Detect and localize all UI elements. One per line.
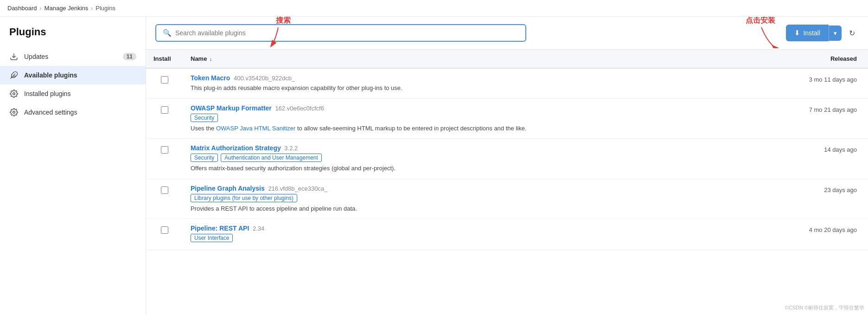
table-row: OWASP Markup Formatter 162.v0e6ec0fcfcf6… — [146, 98, 868, 139]
breadcrumb-sep-2: › — [91, 5, 93, 12]
plugin-name-cell: Token Macro 400.v35420b_922dcb_This plug… — [183, 68, 785, 98]
plugin-name-link[interactable]: Matrix Authorization Strategy — [191, 144, 281, 152]
download-icon — [9, 52, 19, 61]
plugin-tag[interactable]: Security — [191, 154, 218, 162]
install-icon: ⬇ — [794, 29, 800, 37]
table-row: Token Macro 400.v35420b_922dcb_This plug… — [146, 68, 868, 98]
updates-badge: 11 — [123, 53, 136, 60]
sidebar-item-installed-label: Installed plugins — [24, 90, 70, 97]
svg-point-3 — [13, 93, 15, 95]
table-row: Pipeline: REST API 2.34User Interface4 m… — [146, 219, 868, 250]
plugin-install-checkbox[interactable] — [161, 226, 168, 234]
install-label: Install — [803, 29, 820, 37]
search-input[interactable] — [175, 29, 519, 37]
plugin-tag[interactable]: Security — [191, 114, 218, 122]
sidebar-item-installed[interactable]: Installed plugins — [0, 84, 146, 103]
sidebar-title: Plugins — [0, 26, 146, 47]
plugin-name-link[interactable]: OWASP Markup Formatter — [191, 104, 272, 112]
plugin-released: 4 mo 20 days ago — [785, 219, 868, 250]
refresh-button[interactable]: ↻ — [845, 25, 859, 41]
plugin-released: 7 mo 21 days ago — [785, 98, 868, 139]
breadcrumb-current: Plugins — [96, 5, 115, 12]
plugin-released: 14 days ago — [785, 139, 868, 179]
table-header-row: Install Name ↓ Released — [146, 50, 868, 68]
plugin-description: Provides a REST API to access pipeline a… — [191, 204, 777, 213]
settings-icon — [9, 108, 19, 117]
plugin-version: 162.v0e6ec0fcfcf6 — [274, 105, 324, 112]
table-row: Pipeline Graph Analysis 216.vfd8b_ece330… — [146, 179, 868, 219]
plugin-tag[interactable]: User Interface — [191, 234, 233, 242]
breadcrumb-sep-1: › — [40, 5, 42, 12]
sidebar-item-available[interactable]: Available plugins — [0, 66, 146, 84]
plugin-install-checkbox[interactable] — [161, 186, 168, 194]
sidebar: Plugins Updates 11 Availa — [0, 17, 146, 314]
main-content: 搜索 点击安装 🔍 ⬇ I — [146, 17, 868, 314]
sidebar-item-advanced-label: Advanced settings — [24, 109, 77, 116]
plugin-tag[interactable]: Library plugins (for use by other plugin… — [191, 194, 297, 202]
sidebar-item-updates[interactable]: Updates 11 — [0, 47, 146, 66]
plugin-name-link[interactable]: Pipeline Graph Analysis — [191, 185, 265, 192]
plugin-description: Uses the OWASP Java HTML Sanitizer to al… — [191, 124, 777, 133]
plugins-table: Install Name ↓ Released Token Macro 400.… — [146, 50, 868, 250]
col-header-install: Install — [146, 50, 183, 68]
plugin-name-link[interactable]: Token Macro — [191, 74, 230, 82]
search-area: 搜索 点击安装 🔍 ⬇ I — [146, 17, 868, 50]
sidebar-item-updates-label: Updates — [24, 53, 48, 60]
svg-point-4 — [13, 111, 15, 114]
annotation-install-label: 点击安装 — [746, 17, 775, 24]
plugin-released: 23 days ago — [785, 179, 868, 219]
plugin-name-cell: Pipeline Graph Analysis 216.vfd8b_ece330… — [183, 179, 785, 219]
install-button[interactable]: ⬇ Install — [786, 25, 829, 41]
owasp-sanitizer-link[interactable]: OWASP Java HTML Sanitizer — [216, 125, 295, 132]
plugin-description: Offers matrix-based security authorizati… — [191, 164, 777, 173]
sidebar-item-advanced[interactable]: Advanced settings — [0, 103, 146, 122]
annotation-search-label: 搜索 — [276, 17, 291, 24]
plugins-table-container: Install Name ↓ Released Token Macro 400.… — [146, 50, 868, 314]
breadcrumb-dashboard[interactable]: Dashboard — [7, 5, 37, 12]
plugin-install-checkbox[interactable] — [161, 146, 168, 154]
plugin-tag[interactable]: Authentication and User Management — [221, 154, 321, 162]
install-dropdown-button[interactable]: ▾ — [829, 26, 842, 41]
col-header-released: Released — [785, 50, 868, 68]
plugin-version: 216.vfd8b_ece330ca_ — [267, 185, 328, 192]
plugin-name-cell: OWASP Markup Formatter 162.v0e6ec0fcfcf6… — [183, 98, 785, 139]
plugin-install-checkbox[interactable] — [161, 106, 168, 114]
sidebar-item-available-label: Available plugins — [24, 71, 77, 79]
sort-arrow-icon[interactable]: ↓ — [210, 56, 212, 62]
plugin-name-cell: Matrix Authorization Strategy 3.2.2Secur… — [183, 139, 785, 179]
search-icon: 🔍 — [163, 29, 172, 37]
plugin-released: 3 mo 11 days ago — [785, 68, 868, 98]
plugin-name-link[interactable]: Pipeline: REST API — [191, 225, 249, 232]
plugin-version: 3.2.2 — [283, 145, 298, 152]
chevron-down-icon: ▾ — [834, 30, 837, 37]
plugin-install-checkbox[interactable] — [161, 76, 168, 84]
col-header-name: Name ↓ — [183, 50, 785, 68]
plugin-name-cell: Pipeline: REST API 2.34User Interface — [183, 219, 785, 250]
breadcrumb-manage-jenkins[interactable]: Manage Jenkins — [45, 5, 89, 12]
install-btn-group: ⬇ Install ▾ ↻ — [786, 25, 859, 41]
search-wrapper: 🔍 — [155, 24, 526, 42]
gear-icon — [9, 89, 19, 98]
plugin-version: 400.v35420b_922dcb_ — [232, 75, 295, 82]
plugin-version: 2.34 — [251, 225, 264, 232]
puzzle-icon — [9, 71, 19, 80]
table-row: Matrix Authorization Strategy 3.2.2Secur… — [146, 139, 868, 179]
refresh-icon: ↻ — [849, 29, 855, 37]
breadcrumb: Dashboard › Manage Jenkins › Plugins — [0, 0, 868, 17]
plugin-description: This plug-in adds reusable macro expansi… — [191, 84, 777, 93]
